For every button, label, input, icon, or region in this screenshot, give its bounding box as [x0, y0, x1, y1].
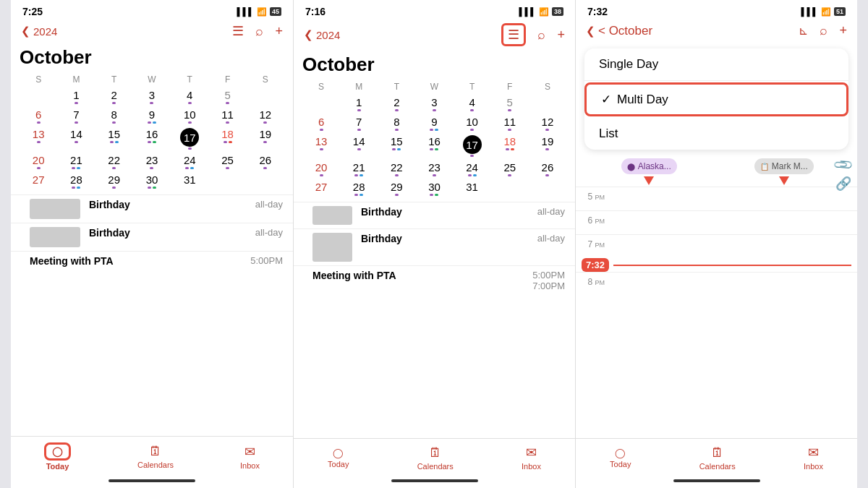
- cal-day[interactable]: 21: [340, 160, 378, 179]
- event-pill-alaska[interactable]: ⬤ Alaska...: [621, 158, 677, 174]
- cal-day[interactable]: 12: [247, 107, 284, 127]
- cal-day[interactable]: 11: [208, 107, 246, 127]
- cal-day[interactable]: 16: [415, 134, 453, 160]
- cal-day[interactable]: 7: [57, 107, 95, 127]
- cal-day[interactable]: 13: [20, 127, 57, 153]
- search-icon-1[interactable]: ⌕: [255, 24, 263, 39]
- event-item[interactable]: Birthday all-day: [294, 202, 575, 228]
- cal-day[interactable]: 18: [491, 134, 529, 160]
- cal-day[interactable]: 28: [57, 172, 95, 192]
- nav-back-2[interactable]: ❮ 2024: [304, 28, 340, 41]
- add-icon-2[interactable]: +: [557, 27, 565, 43]
- cal-day[interactable]: 20: [20, 153, 57, 172]
- cal-day[interactable]: 5: [491, 95, 529, 114]
- cal-day[interactable]: 15: [95, 127, 133, 153]
- cal-day[interactable]: 30: [133, 172, 171, 192]
- tab-inbox-3[interactable]: ✉ Inbox: [804, 445, 823, 471]
- cal-day[interactable]: 27: [302, 179, 340, 199]
- cal-day[interactable]: 5: [208, 87, 246, 107]
- cal-day[interactable]: 27: [20, 172, 57, 192]
- view-mode-icon-2[interactable]: ☰: [501, 23, 526, 46]
- cal-day[interactable]: 18: [208, 127, 246, 153]
- dropdown-multi-day[interactable]: ✓ Multi Day: [584, 82, 848, 116]
- cal-day[interactable]: 28: [340, 179, 378, 199]
- cal-day[interactable]: 31: [454, 179, 491, 199]
- nav-back-1[interactable]: ❮ 2024: [21, 25, 57, 38]
- cal-day[interactable]: 22: [378, 160, 415, 179]
- cal-day[interactable]: 2: [95, 87, 133, 107]
- cal-day[interactable]: 19: [529, 134, 566, 160]
- cal-day[interactable]: 9: [415, 114, 453, 134]
- cal-day[interactable]: 16: [133, 127, 171, 153]
- search-icon-3[interactable]: ⌕: [820, 23, 827, 38]
- cal-day[interactable]: 21: [57, 153, 95, 172]
- cal-day[interactable]: [302, 95, 340, 114]
- cal-day[interactable]: 8: [378, 114, 415, 134]
- cal-day[interactable]: 2: [378, 95, 415, 114]
- cal-day[interactable]: 31: [171, 172, 208, 192]
- cal-day[interactable]: 4: [171, 87, 208, 107]
- cal-day[interactable]: 11: [491, 114, 529, 134]
- event-item[interactable]: Birthday all-day: [11, 194, 293, 223]
- tab-label-calendars-1: Calendars: [137, 461, 174, 469]
- add-icon-1[interactable]: +: [275, 24, 283, 39]
- tab-today-2[interactable]: ◯ Today: [328, 448, 349, 468]
- event-item[interactable]: Meeting with PTA 5:00PM: [11, 251, 293, 270]
- event-item[interactable]: Birthday all-day: [11, 223, 293, 251]
- cal-day[interactable]: 24: [454, 160, 491, 179]
- cal-day-today[interactable]: 17: [454, 134, 491, 160]
- cal-day[interactable]: 1: [57, 87, 95, 107]
- cal-day[interactable]: 26: [247, 153, 284, 172]
- tab-today-3[interactable]: ◯ Today: [610, 448, 631, 468]
- cal-day[interactable]: 26: [529, 160, 566, 179]
- cal-day[interactable]: 1: [340, 95, 378, 114]
- dropdown-list[interactable]: List: [584, 118, 848, 150]
- cal-day[interactable]: 4: [454, 95, 491, 114]
- cal-day[interactable]: 19: [247, 127, 284, 153]
- cal-day[interactable]: 13: [302, 134, 340, 160]
- cal-day[interactable]: 29: [378, 179, 415, 199]
- cal-day[interactable]: 14: [340, 134, 378, 160]
- cal-day[interactable]: 23: [133, 153, 171, 172]
- cal-day[interactable]: 12: [529, 114, 566, 134]
- cal-day[interactable]: 24: [171, 153, 208, 172]
- cal-day[interactable]: 3: [133, 87, 171, 107]
- cal-day[interactable]: 23: [415, 160, 453, 179]
- tab-today-1[interactable]: ◯ Today: [44, 442, 71, 471]
- cal-day[interactable]: 25: [208, 153, 246, 172]
- cal-day[interactable]: 20: [302, 160, 340, 179]
- cal-day[interactable]: 29: [95, 172, 133, 192]
- cal-day[interactable]: 8: [95, 107, 133, 127]
- cal-day[interactable]: [247, 87, 284, 107]
- add-icon-3[interactable]: +: [839, 23, 847, 38]
- tab-calendars-1[interactable]: 🗓 Calendars: [137, 444, 174, 469]
- inbox-icon-3: ✉: [808, 445, 819, 461]
- cal-day[interactable]: 22: [95, 153, 133, 172]
- view-mode-icon-1[interactable]: ☰: [232, 23, 244, 39]
- dropdown-single-day[interactable]: Single Day: [584, 48, 848, 81]
- grid-icon-3[interactable]: ⊾: [799, 24, 808, 38]
- cal-day[interactable]: 10: [171, 107, 208, 127]
- event-pill-mark[interactable]: 📋 Mark M...: [754, 158, 814, 174]
- cal-day[interactable]: 15: [378, 134, 415, 160]
- cal-day[interactable]: 6: [302, 114, 340, 134]
- cal-day[interactable]: 30: [415, 179, 453, 199]
- cal-day[interactable]: 14: [57, 127, 95, 153]
- cal-day[interactable]: 9: [133, 107, 171, 127]
- cal-day-today[interactable]: 17: [171, 127, 208, 153]
- cal-day[interactable]: 7: [340, 114, 378, 134]
- search-icon-2[interactable]: ⌕: [537, 27, 545, 43]
- today-icon-1: ◯: [44, 442, 71, 461]
- tab-calendars-3[interactable]: 🗓 Calendars: [699, 445, 736, 471]
- event-item[interactable]: Birthday all-day: [294, 228, 575, 265]
- nav-back-3[interactable]: ❮ < October: [586, 24, 652, 38]
- cal-day[interactable]: [20, 87, 57, 107]
- cal-day[interactable]: 3: [415, 95, 453, 114]
- tab-calendars-2[interactable]: 🗓 Calendars: [417, 445, 454, 471]
- tab-inbox-1[interactable]: ✉ Inbox: [240, 444, 260, 470]
- cal-day[interactable]: 10: [454, 114, 491, 134]
- cal-day[interactable]: 25: [491, 160, 529, 179]
- event-item[interactable]: Meeting with PTA 5:00PM 7:00PM: [294, 265, 575, 295]
- tab-inbox-2[interactable]: ✉ Inbox: [522, 445, 541, 471]
- cal-day[interactable]: 6: [20, 107, 57, 127]
